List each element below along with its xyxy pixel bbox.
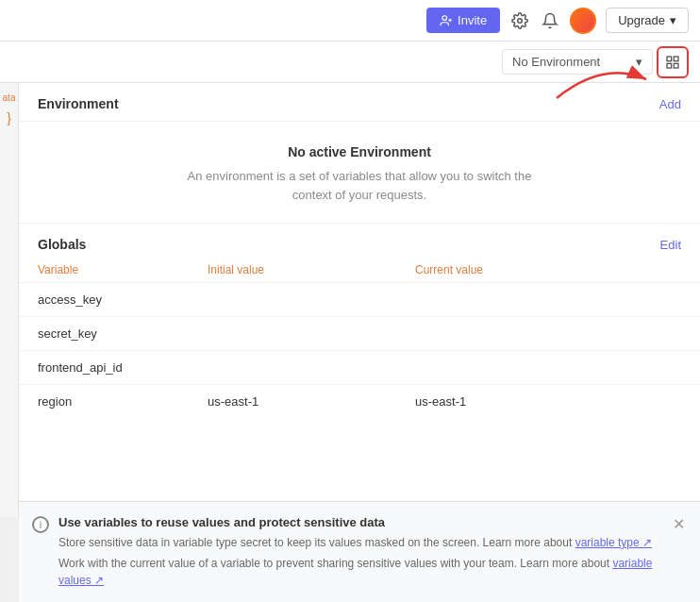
info-tip-line1: Store sensitive data in variable type se… <box>58 534 663 551</box>
col-header-variable: Variable <box>19 258 189 283</box>
variable-type-link[interactable]: variable type ↗ <box>575 536 652 549</box>
info-tip-title: Use variables to reuse values and protec… <box>58 515 663 529</box>
invite-button[interactable]: Invite <box>426 8 500 33</box>
environment-selector[interactable]: No Environment ▾ <box>502 49 653 75</box>
sidebar-label-1: ata <box>3 92 16 103</box>
col-header-initial: Initial value <box>189 258 396 283</box>
cell-current <box>396 317 700 351</box>
user-avatar[interactable] <box>570 8 596 34</box>
cell-initial: us-east-1 <box>189 385 396 419</box>
cell-initial <box>189 283 396 317</box>
cell-variable: region <box>19 385 189 419</box>
upgrade-button[interactable]: Upgrade ▾ <box>606 8 689 33</box>
settings-icon[interactable] <box>509 10 530 31</box>
svg-rect-6 <box>667 63 672 68</box>
environment-bar: No Environment ▾ <box>0 42 700 83</box>
cell-initial <box>189 317 396 351</box>
globals-header: Globals Edit <box>19 224 700 258</box>
cell-current <box>396 351 700 385</box>
table-row: frontend_api_id <box>19 351 700 385</box>
cell-variable: secret_key <box>19 317 189 351</box>
no-env-section: No active Environment An environment is … <box>19 122 700 224</box>
panel-header: Environment Add <box>19 83 700 122</box>
sidebar-strip: ata } <box>0 83 19 517</box>
chevron-down-icon: ▾ <box>670 13 676 27</box>
table-row: region us-east-1 us-east-1 <box>19 385 700 419</box>
globals-title: Globals <box>38 237 86 252</box>
invite-icon <box>440 14 453 27</box>
svg-point-3 <box>518 18 523 23</box>
table-row: access_key <box>19 283 700 317</box>
col-header-current: Current value <box>396 258 700 283</box>
variables-table: Variable Initial value Current value acc… <box>19 258 700 418</box>
cell-initial <box>189 351 396 385</box>
svg-rect-5 <box>674 57 678 61</box>
table-row: secret_key <box>19 317 700 351</box>
env-panel-icon <box>665 55 680 70</box>
cell-current: us-east-1 <box>396 385 700 419</box>
info-tip-line2: Work with the current value of a variabl… <box>58 555 663 589</box>
sidebar-label-2: } <box>7 110 11 125</box>
cell-variable: frontend_api_id <box>19 351 189 385</box>
close-tip-button[interactable]: ✕ <box>673 515 685 533</box>
env-chevron-icon: ▾ <box>636 55 642 69</box>
info-tip: i Use variables to reuse values and prot… <box>19 501 700 602</box>
svg-point-0 <box>442 15 447 20</box>
svg-rect-7 <box>674 63 678 68</box>
toolbar: Invite Upgrade ▾ <box>0 0 700 42</box>
info-icon: i <box>32 516 49 533</box>
info-content: Use variables to reuse values and protec… <box>58 515 663 589</box>
svg-rect-4 <box>667 57 672 61</box>
panel-title: Environment <box>38 96 119 111</box>
edit-button[interactable]: Edit <box>660 238 681 252</box>
bell-icon[interactable] <box>540 10 560 31</box>
add-button[interactable]: Add <box>659 97 681 111</box>
cell-current <box>396 283 700 317</box>
main-panel: Environment Add No active Environment An… <box>19 83 700 602</box>
no-env-desc: An environment is a set of variables tha… <box>38 167 681 204</box>
cell-variable: access_key <box>19 283 189 317</box>
environment-panel-button[interactable] <box>657 46 689 78</box>
env-selector-label: No Environment <box>512 55 600 69</box>
no-env-title: No active Environment <box>38 144 681 159</box>
